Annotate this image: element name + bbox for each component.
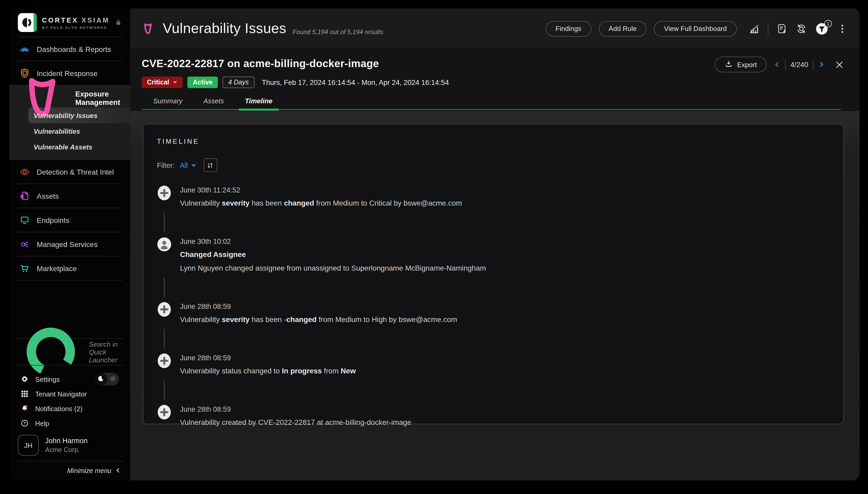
timeline-entry: June 30th 10:02 Changed AssigneeLynn Ngu…: [157, 237, 828, 273]
sort-order-button[interactable]: [204, 158, 217, 172]
timeline-entry-text: Vulnerability severity has been -changed…: [180, 315, 828, 324]
sidebar-footer: Settings Tenant Navigator Notifications …: [10, 365, 130, 431]
timeline-entry: June 28th 08:59 Vulnerability severity h…: [157, 302, 828, 324]
endpoints-icon: [19, 215, 30, 225]
sidebar: CORTEX XSIAM BY PALO ALTO NETWORKS Dashb…: [10, 8, 130, 480]
pager-count: 4/240: [790, 61, 808, 69]
sort-icon: [206, 161, 215, 169]
timeline-entry-text: Vulnerability status changed to In progr…: [180, 366, 828, 376]
chart-toggle-icon[interactable]: [749, 23, 760, 34]
timeline-entry: June 28th 08:59 Vulnerability created by…: [157, 405, 828, 427]
page-title: Vulnerability Issues: [163, 20, 286, 37]
sidebar-item-managed-services[interactable]: Managed Services: [10, 232, 130, 256]
sidebar-item-detection-threat-intel[interactable]: Detection & Threat Intel: [10, 160, 130, 184]
avatar: JH: [18, 435, 39, 456]
app-root: CORTEX XSIAM BY PALO ALTO NETWORKS Dashb…: [0, 0, 868, 494]
eye-icon: [19, 167, 30, 177]
tab-content: TIMELINE Filter: All June 30th 11:24:52 …: [130, 111, 860, 480]
sidebar-item-label: Managed Services: [37, 240, 98, 248]
timeline-entry-time: June 30th 10:02: [180, 237, 828, 245]
timeline-entry-text: Changed Assignee: [180, 250, 828, 259]
severity-label: Critical: [147, 79, 169, 86]
timeline-entry: June 30th 11:24:52 Vulnerability severit…: [157, 186, 828, 208]
timeline-connector: [164, 380, 828, 400]
sidebar-item-label: Tenant Navigator: [35, 390, 87, 398]
dark-mode-option[interactable]: [95, 373, 107, 385]
chevron-down-icon: [173, 79, 178, 86]
exposure-icon: [142, 22, 155, 35]
kebab-menu-icon[interactable]: [836, 23, 848, 34]
detail-tabs: SummaryAssetsTimeline: [142, 97, 841, 110]
quick-launcher-search[interactable]: Search in Quick Launcher: [10, 339, 130, 365]
view-full-dashboard-button[interactable]: View Full Dashboard: [654, 21, 737, 36]
sidebar-item-exposure-management[interactable]: Exposure Management: [10, 89, 130, 108]
date-range: Thurs, Feb 17, 2024 16:14:54 - Mon, Apr …: [262, 78, 449, 86]
sun-icon: [109, 375, 117, 383]
tab-summary[interactable]: Summary: [147, 97, 189, 109]
managed-services-icon: [19, 239, 30, 249]
timeline-heading: TIMELINE: [157, 137, 828, 145]
user-org: Acme Corp.: [45, 446, 88, 454]
sidebar-item-marketplace[interactable]: Marketplace: [10, 256, 130, 280]
sidebar-item-endpoints[interactable]: Endpoints: [10, 208, 130, 232]
sidebar-item-assets[interactable]: Assets: [10, 184, 130, 208]
filter-count-badge: 1: [825, 20, 832, 27]
filter-label: Filter:: [157, 161, 175, 169]
filter-button[interactable]: 1: [815, 22, 829, 35]
sidebar-item-label: Notifications (2): [35, 404, 82, 413]
report-export-icon[interactable]: [776, 23, 788, 34]
timeline-connector: [164, 212, 828, 232]
divider: [785, 59, 786, 70]
severity-badge[interactable]: Critical: [142, 77, 183, 88]
sidebar-nav-bottom: Detection & Threat Intel Assets Endpoint…: [10, 160, 130, 281]
add-rule-button[interactable]: Add Rule: [599, 21, 647, 36]
sidebar-section-exposure-management: Exposure Management Vulnerability Issues…: [10, 85, 130, 160]
pager-next-icon[interactable]: [818, 61, 825, 68]
sidebar-item-settings[interactable]: Settings: [10, 372, 130, 386]
status-badge: Active: [188, 77, 218, 88]
filter-value-dropdown[interactable]: All: [180, 161, 196, 169]
timeline-entry-text: Lynn Nguyen changed assignee from unassi…: [180, 263, 828, 273]
help-icon: ?: [20, 419, 29, 428]
tab-assets[interactable]: Assets: [197, 97, 230, 109]
export-button[interactable]: Export: [715, 57, 767, 72]
sidebar-item-vulnerable-assets[interactable]: Vulnerable Assets: [10, 139, 130, 155]
minimize-menu-label: Minimize menu: [67, 467, 111, 475]
refresh-icon[interactable]: [796, 23, 807, 34]
tab-timeline[interactable]: Timeline: [239, 97, 279, 109]
sidebar-item-tenant-navigator[interactable]: Tenant Navigator: [10, 386, 130, 401]
minimize-menu-button[interactable]: Minimize menu: [10, 461, 130, 480]
sidebar-item-label: Assets: [37, 192, 59, 200]
theme-toggle[interactable]: [95, 373, 119, 385]
issue-controls: Export 4/240: [715, 57, 844, 72]
timeline-connector: [164, 278, 828, 297]
timeline-filter-row: Filter: All: [157, 158, 828, 172]
brand-logo[interactable]: CORTEX XSIAM BY PALO ALTO NETWORKS: [10, 8, 130, 37]
timeline-entry-text: Vulnerability severity has been changed …: [180, 198, 828, 208]
svg-text:?: ?: [23, 421, 26, 425]
record-pager: 4/240: [774, 59, 825, 70]
sidebar-item-vulnerabilities[interactable]: Vulnerabilities: [10, 123, 130, 139]
light-mode-option[interactable]: [107, 373, 119, 385]
cart-icon: [19, 263, 30, 273]
sidebar-item-help[interactable]: ?Help: [10, 416, 130, 431]
plus-circle-icon: [157, 354, 172, 368]
divider: [813, 59, 813, 70]
pager-prev-icon[interactable]: [774, 61, 780, 68]
sidebar-item-notifications-2[interactable]: Notifications (2): [10, 401, 130, 416]
assets-icon: [19, 191, 30, 201]
user-profile[interactable]: JH John Harmon Acme Corp.: [10, 431, 130, 461]
issue-badges: Critical Active 4 Days Thurs, Feb 17, 20…: [142, 77, 841, 88]
findings-button[interactable]: Findings: [546, 21, 591, 36]
sidebar-item-label: Settings: [35, 375, 60, 383]
brand-text: CORTEX XSIAM BY PALO ALTO NETWORKS: [42, 16, 110, 29]
cortex-logo-icon: [18, 13, 37, 32]
timeline-connector: [164, 329, 828, 349]
header-icons: 1: [749, 22, 848, 35]
close-icon[interactable]: [835, 60, 844, 69]
page-header: Vulnerability Issues Found 5,194 out of …: [130, 8, 860, 49]
filter-value: All: [180, 161, 188, 169]
main-area: Vulnerability Issues Found 5,194 out of …: [130, 8, 860, 480]
timeline-entry: June 28th 08:59 Vulnerability status cha…: [157, 354, 828, 376]
sidebar-item-dashboards-reports[interactable]: Dashboards & Reports: [10, 37, 130, 61]
